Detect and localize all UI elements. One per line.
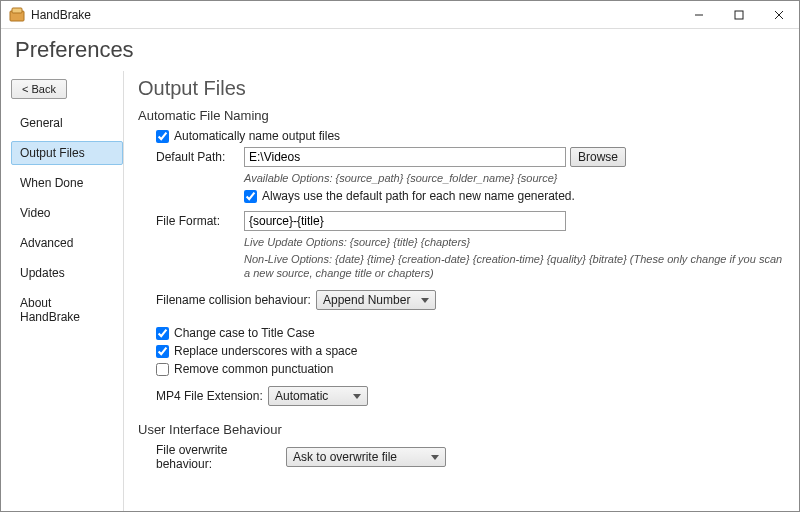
svg-rect-1 <box>12 8 22 13</box>
sidebar-item-updates[interactable]: Updates <box>11 261 123 285</box>
always-default-checkbox[interactable] <box>244 190 257 203</box>
file-format-hint1: Live Update Options: {source} {title} {c… <box>244 235 787 249</box>
mp4-ext-select[interactable]: Automatic <box>268 386 368 406</box>
sidebar-item-video[interactable]: Video <box>11 201 123 225</box>
sidebar: < Back General Output Files When Done Vi… <box>1 71 123 511</box>
overwrite-select[interactable]: Ask to overwrite file <box>286 447 446 467</box>
maximize-button[interactable] <box>719 1 759 29</box>
auto-name-checkbox[interactable] <box>156 130 169 143</box>
page-title: Preferences <box>1 29 799 71</box>
default-path-label: Default Path: <box>156 150 244 164</box>
sidebar-divider <box>123 71 124 511</box>
title-case-checkbox[interactable] <box>156 327 169 340</box>
auto-name-checkbox-row: Automatically name output files <box>156 129 787 143</box>
group-automatic-naming: Automatic File Naming <box>138 108 787 123</box>
back-button[interactable]: < Back <box>11 79 67 99</box>
collision-label: Filename collision behaviour: <box>156 293 316 307</box>
file-format-hint2: Non-Live Options: {date} {time} {creatio… <box>244 252 787 281</box>
collision-select[interactable]: Append Number <box>316 290 436 310</box>
title-case-label: Change case to Title Case <box>174 326 315 340</box>
file-format-label: File Format: <box>156 214 244 228</box>
svg-rect-3 <box>735 11 743 19</box>
titlebar: HandBrake <box>1 1 799 29</box>
remove-punct-label: Remove common punctuation <box>174 362 333 376</box>
replace-underscores-checkbox[interactable] <box>156 345 169 358</box>
sidebar-item-output-files[interactable]: Output Files <box>11 141 123 165</box>
file-format-input[interactable] <box>244 211 566 231</box>
replace-underscores-label: Replace underscores with a space <box>174 344 357 358</box>
sidebar-item-when-done[interactable]: When Done <box>11 171 123 195</box>
auto-name-label: Automatically name output files <box>174 129 340 143</box>
sidebar-item-advanced[interactable]: Advanced <box>11 231 123 255</box>
browse-button[interactable]: Browse <box>570 147 626 167</box>
section-title: Output Files <box>138 77 787 100</box>
close-button[interactable] <box>759 1 799 29</box>
group-ui-behaviour: User Interface Behaviour <box>138 422 787 437</box>
default-path-input[interactable] <box>244 147 566 167</box>
default-path-hint: Available Options: {source_path} {source… <box>244 171 787 185</box>
sidebar-item-general[interactable]: General <box>11 111 123 135</box>
always-default-label: Always use the default path for each new… <box>262 189 575 203</box>
sidebar-item-about[interactable]: About HandBrake <box>11 291 123 329</box>
mp4-ext-label: MP4 File Extension: <box>156 389 268 403</box>
minimize-button[interactable] <box>679 1 719 29</box>
remove-punct-checkbox[interactable] <box>156 363 169 376</box>
overwrite-label: File overwrite behaviour: <box>156 443 286 471</box>
app-icon <box>9 7 25 23</box>
content-pane: Output Files Automatic File Naming Autom… <box>130 71 799 511</box>
window-title: HandBrake <box>31 8 679 22</box>
